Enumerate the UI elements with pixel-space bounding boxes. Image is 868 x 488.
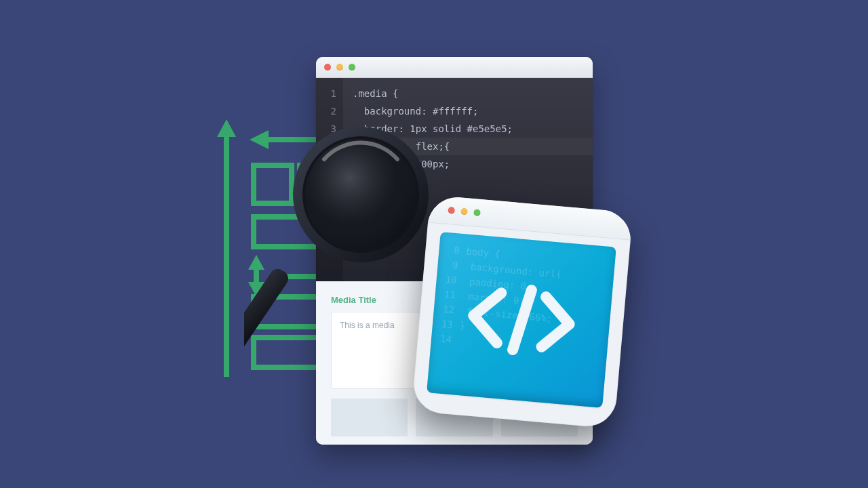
illustration-stage: 1 2 3 4 5 6 7 8 .media { background: #ff… (0, 0, 868, 488)
line-gutter: 1 2 3 4 5 6 7 8 (316, 78, 343, 281)
code-line: max-width: 600px; (353, 155, 583, 173)
preview-card-text: This is a media (340, 321, 395, 330)
window-titlebar (316, 57, 593, 78)
svg-marker-3 (250, 130, 269, 149)
code-line-highlighted: display: flex;{ (343, 138, 593, 155)
line-number: 4 (316, 138, 343, 155)
line-number: 8 (316, 208, 343, 226)
code-line: background: #ffffff; (353, 102, 583, 120)
app-screen: 8body { 9 background: url( 10 padding: 0… (427, 232, 616, 408)
code-line: border: 1px solid #e5e5e5; (353, 120, 583, 138)
line-number: 7 (316, 190, 343, 208)
close-icon[interactable] (448, 207, 455, 214)
code-app-icon: 8body { 9 background: url( 10 padding: 0… (412, 195, 633, 429)
zoom-icon[interactable] (473, 209, 481, 216)
minimize-icon[interactable] (460, 208, 468, 216)
preview-tile (331, 399, 408, 436)
svg-marker-11 (248, 255, 264, 270)
svg-line-19 (513, 289, 532, 350)
line-number: 3 (316, 120, 343, 138)
svg-rect-5 (254, 165, 292, 203)
minimize-icon[interactable] (336, 64, 343, 70)
code-line: } (353, 173, 583, 190)
line-number: 5 (316, 155, 343, 173)
line-number: 6 (316, 173, 343, 190)
svg-marker-1 (217, 119, 236, 137)
line-number: 2 (316, 102, 343, 120)
line-number: 1 (316, 85, 343, 102)
close-icon[interactable] (324, 64, 331, 70)
text-cursor-icon (359, 208, 361, 220)
zoom-icon[interactable] (349, 64, 355, 70)
code-line: .media { (353, 85, 583, 102)
code-tag-icon (460, 278, 582, 362)
